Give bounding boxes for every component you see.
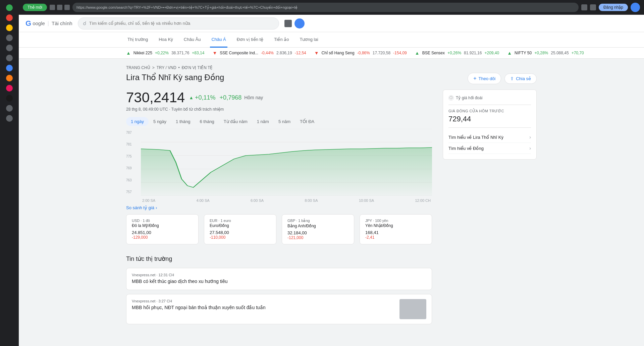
page-title: Lira Thổ Nhĩ Kỳ sang Đồng bbox=[126, 73, 224, 82]
ticker-name-nikkei: Nikkei 225 bbox=[133, 51, 152, 55]
signin-button[interactable]: Đăng nhập bbox=[599, 4, 628, 11]
card-pair-1: EUR · 1 euro bbox=[210, 219, 271, 223]
sidebar-dot-pink bbox=[6, 85, 13, 92]
y-label-3: 775 bbox=[126, 155, 140, 158]
ticker-value-nifty: 25.088,45 bbox=[551, 51, 569, 55]
y-label-5: 763 bbox=[126, 178, 140, 182]
search-input[interactable] bbox=[89, 21, 274, 26]
share-button[interactable]: ⇧ Chia sẻ bbox=[504, 73, 537, 84]
ticker-value-nikkei: 38.371,76 bbox=[171, 51, 189, 55]
tab-tien-ao[interactable]: Tiền ảo bbox=[273, 32, 290, 48]
chart-tab-5ngay[interactable]: 5 ngày bbox=[149, 117, 171, 126]
back-icon[interactable] bbox=[50, 5, 55, 10]
external-link-icon: › bbox=[156, 205, 157, 210]
related-item-arrow-0: › bbox=[529, 134, 531, 140]
ticker-abs-sse: -12,54 bbox=[295, 51, 306, 55]
extensions-icon[interactable] bbox=[581, 4, 587, 10]
breadcrumb-middle[interactable]: TRY / VND bbox=[157, 65, 176, 70]
ticker-arrow-down-hangseng: ▼ bbox=[314, 50, 319, 56]
tab-don-vi-tien-te[interactable]: Đơn vị tiền tệ bbox=[235, 32, 265, 48]
reload-icon[interactable] bbox=[64, 5, 70, 10]
user-avatar-bar[interactable] bbox=[294, 18, 305, 28]
y-label-4: 769 bbox=[126, 166, 140, 170]
exchange-badge: ⓘ Tỷ giá hối đoái bbox=[448, 95, 531, 101]
chart-tab-toidа[interactable]: TỐI ĐA bbox=[295, 117, 319, 126]
browser-topbar: Thẻ mới https://www.google.com/search?q=… bbox=[19, 0, 644, 15]
price-value: 730,2414 bbox=[126, 90, 185, 106]
ticker-name-hangseng: Chỉ số Hang Seng bbox=[322, 51, 355, 55]
tab-chau-au[interactable]: Châu Âu bbox=[182, 32, 202, 48]
currency-card-3[interactable]: JPY · 100 yên Yên Nhật/Đồng 168,41 -2,41 bbox=[360, 214, 432, 244]
breadcrumb: TRANG CHỦ > TRY / VND • ĐƠN VỊ TIỀN TỆ bbox=[126, 65, 537, 70]
ticker-change-sse: -0,44% bbox=[261, 51, 274, 55]
related-item-0[interactable]: Tìm hiểu về Lira Thổ Nhĩ Kỳ › bbox=[448, 132, 531, 143]
new-tab-button[interactable]: Thẻ mới bbox=[23, 4, 47, 11]
tab-chau-a[interactable]: Châu Á bbox=[210, 32, 227, 48]
main-content: Thị trường Hoa Kỳ Châu Âu Châu Á Đơn vị … bbox=[19, 32, 644, 346]
news-item-0[interactable]: Vnexpress.net · 12:31 CH MBB có kết thúc… bbox=[126, 268, 432, 290]
chart-tab-1nam[interactable]: 1 năm bbox=[252, 117, 274, 126]
chart-tab-6thang[interactable]: 6 tháng bbox=[195, 117, 219, 126]
breadcrumb-home[interactable]: TRANG CHỦ bbox=[126, 65, 150, 70]
card-value-0: 24.851,00 bbox=[132, 230, 193, 235]
sidebar-dot-3 bbox=[6, 55, 13, 61]
card-change-1: -110,000 bbox=[210, 235, 271, 240]
ticker-change-bse: +0,26% bbox=[447, 51, 461, 55]
follow-button[interactable]: + Theo dõi bbox=[468, 73, 501, 84]
exchange-badge-text: Tỷ giá hối đoái bbox=[456, 96, 482, 100]
google-topbar: G oogle | Tài chính ☌ bbox=[19, 15, 644, 32]
ticker-abs-bse: +209,40 bbox=[484, 51, 499, 55]
x-label-2: 4:00 SA bbox=[196, 198, 209, 203]
chart-x-labels: 2:00 SA 4:00 SA 6:00 SA 8:00 SA 10:00 SA… bbox=[141, 198, 432, 203]
news-title-1: MBB hồi phục, NĐT ngoại bán thoả thuận x… bbox=[132, 304, 394, 311]
ticker-change-nifty: +0,28% bbox=[534, 51, 548, 55]
grid-icon[interactable] bbox=[284, 20, 292, 27]
currency-card-2[interactable]: GBP · 1 bảng Bảng Anh/Đồng 32.184,00 -12… bbox=[282, 214, 354, 244]
ticker-abs-hangseng: -154,09 bbox=[393, 51, 407, 55]
ticker-nifty[interactable]: ▲ NIFTY 50 +0,28% 25.088,45 +70,70 bbox=[507, 50, 584, 56]
forward-icon[interactable] bbox=[57, 5, 62, 10]
chart-tab-5nam[interactable]: 5 năm bbox=[274, 117, 295, 126]
related-item-name-0: Tìm hiểu về Lira Thổ Nhĩ Kỳ bbox=[448, 135, 503, 140]
card-pair-3: JPY · 100 yên bbox=[365, 219, 426, 223]
price-chart: 787 781 775 769 763 757 bbox=[126, 129, 432, 196]
sidebar-dot-dark bbox=[6, 95, 13, 102]
card-value-1: 27.548,00 bbox=[210, 230, 271, 235]
google-product-separator: | bbox=[48, 20, 49, 26]
ticker-name-bse: BSE Sensex bbox=[422, 51, 445, 55]
arrow-up-icon: ▲ bbox=[189, 95, 194, 100]
card-value-2: 32.184,00 bbox=[287, 230, 348, 235]
settings-icon[interactable] bbox=[590, 4, 596, 10]
sidebar-dot-red bbox=[6, 14, 13, 21]
ticker-hangseng[interactable]: ▼ Chỉ số Hang Seng -0,86% 17.720,58 -154… bbox=[314, 50, 407, 56]
user-avatar[interactable] bbox=[631, 3, 640, 12]
chart-tab-tudanam[interactable]: Từ đầu năm bbox=[219, 117, 252, 126]
url-bar[interactable]: https://www.google.com/search?q=TRY+%2F+… bbox=[72, 3, 579, 12]
news-item-1[interactable]: Vnexpress.net · 3:27 CH MBB hồi phục, NĐ… bbox=[126, 294, 432, 324]
tab-hoa-ky[interactable]: Hoa Kỳ bbox=[157, 32, 174, 48]
currency-card-1[interactable]: EUR · 1 euro Euro/Đồng 27.548,00 -110,00… bbox=[204, 214, 276, 244]
compare-link[interactable]: So sánh tỷ giá › bbox=[126, 205, 432, 210]
divider-2 bbox=[448, 127, 531, 128]
sidebar-dot-2 bbox=[6, 45, 13, 51]
y-label-1: 787 bbox=[126, 131, 140, 134]
card-name-3: Yên Nhật/Đồng bbox=[365, 223, 426, 228]
ticker-bse[interactable]: ▲ BSE Sensex +0,26% 81.921,16 +209,40 bbox=[415, 50, 499, 56]
tab-thi-truong[interactable]: Thị trường bbox=[126, 32, 149, 48]
ticker-arrow-up-nikkei: ▲ bbox=[126, 50, 131, 56]
follow-label: Theo dõi bbox=[479, 76, 496, 81]
ticker-sse[interactable]: ▼ SSE Composite Ind... -0,44% 2.836,19 -… bbox=[212, 50, 306, 56]
chart-tab-1thang[interactable]: 1 tháng bbox=[171, 117, 195, 126]
breadcrumb-sep2: • bbox=[178, 65, 180, 70]
topbar-actions: Đăng nhập bbox=[581, 3, 640, 12]
price-left: 730,2414 ▲ +0,11% +0,7968 Hôm nay 28 thg… bbox=[126, 90, 432, 328]
search-bar[interactable]: ☌ bbox=[78, 17, 279, 30]
ticker-nikkei[interactable]: ▲ Nikkei 225 +0,22% 38.371,76 +83,14 bbox=[126, 50, 204, 56]
related-item-1[interactable]: Tìm hiểu về Đồng › bbox=[448, 143, 531, 154]
chart-tab-1ngay[interactable]: 1 ngày bbox=[126, 117, 149, 126]
tab-tuong-lai[interactable]: Tương lai bbox=[299, 32, 320, 48]
card-change-0: -129,000 bbox=[132, 235, 193, 240]
currency-card-0[interactable]: USD · 1 đô Đô la Mỹ/Đồng 24.851,00 -129,… bbox=[126, 214, 199, 244]
search-icon: ☌ bbox=[83, 20, 87, 26]
ticker-abs-nikkei: +83,14 bbox=[192, 51, 204, 55]
